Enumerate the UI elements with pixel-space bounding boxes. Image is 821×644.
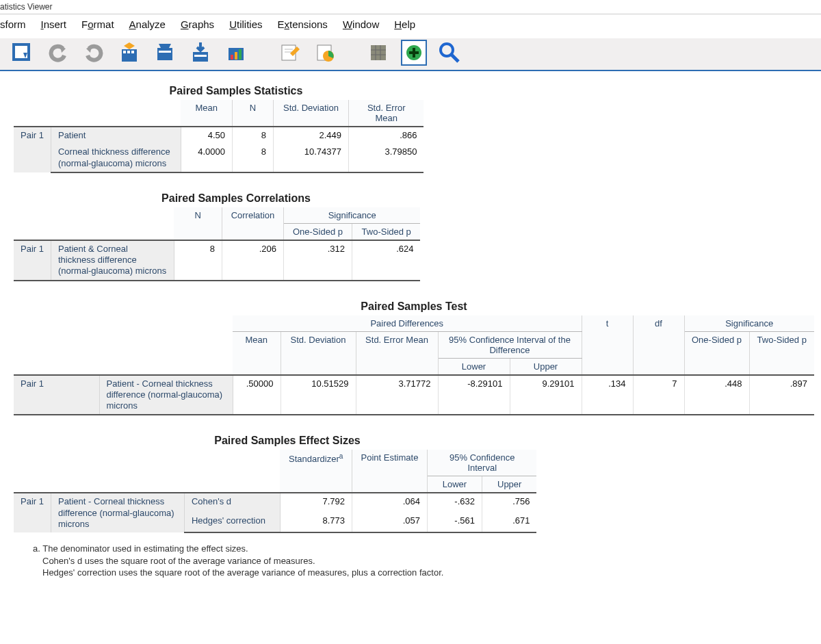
- menu-format[interactable]: Format: [81, 18, 114, 30]
- svg-rect-5: [157, 48, 172, 60]
- svg-rect-3: [127, 51, 130, 53]
- goto-variable-icon[interactable]: [152, 40, 178, 66]
- paired-samples-effect-sizes-table: Standardizera Point Estimate 95% Confide…: [14, 450, 536, 533]
- col-lower: Lower: [438, 358, 510, 375]
- table-row: Pair 1 Patient - Corneal thickness diffe…: [14, 375, 814, 415]
- col-sd: Std. Deviation: [281, 331, 356, 375]
- col-n: N: [232, 100, 273, 127]
- col-pe: Point Estimate: [352, 450, 427, 493]
- paired-samples-statistics-table: Mean N Std. Deviation Std. Error Mean Pa…: [14, 100, 423, 173]
- menubar: sform Insert Format Analyze Graphs Utili…: [0, 14, 821, 38]
- col-n: N: [174, 207, 222, 240]
- menu-analyze[interactable]: Analyze: [129, 18, 166, 30]
- footnote: a. The denominator used in estimating th…: [33, 543, 561, 579]
- table1-title: Paired Samples Statistics: [14, 85, 458, 97]
- menu-transform[interactable]: sform: [0, 18, 26, 30]
- col-sd: Std. Deviation: [273, 100, 348, 127]
- svg-rect-6: [159, 51, 171, 53]
- table3-title: Paired Samples Test: [14, 300, 814, 313]
- svg-rect-2: [123, 51, 126, 53]
- col-p1: One-Sided p: [684, 331, 749, 375]
- menu-window[interactable]: Window: [343, 18, 379, 30]
- svg-rect-12: [239, 49, 242, 60]
- col-pd: Paired Differences: [233, 315, 582, 332]
- svg-rect-8: [194, 55, 207, 57]
- svg-rect-25: [409, 51, 419, 54]
- effect-name: Hedges' correction: [184, 513, 280, 532]
- col-p2: Two-Sided p: [749, 331, 814, 375]
- col-t: t: [582, 315, 633, 375]
- open-data-icon[interactable]: [10, 40, 36, 66]
- svg-rect-0: [14, 44, 29, 60]
- col-p2: Two-Sided p: [352, 223, 420, 240]
- pair-label: Pair 1: [14, 493, 51, 532]
- table-row: Pair 1 Patient & Corneal thickness diffe…: [14, 240, 420, 281]
- goto-data-icon[interactable]: [116, 40, 142, 66]
- menu-utilities[interactable]: Utilities: [229, 18, 262, 30]
- col-upper: Upper: [482, 476, 536, 493]
- grid-icon[interactable]: [365, 40, 391, 66]
- export-icon[interactable]: [187, 40, 213, 66]
- report-icon[interactable]: [312, 40, 338, 66]
- col-upper: Upper: [510, 358, 582, 375]
- output-content: Paired Samples Statistics Mean N Std. De…: [0, 71, 821, 624]
- undo-icon[interactable]: [45, 40, 71, 66]
- svg-rect-11: [235, 52, 237, 60]
- row-label: Patient - Corneal thickness difference (…: [51, 493, 184, 532]
- paired-samples-test-table: Paired Differences t df Significance Mea…: [14, 315, 814, 416]
- row-label: Corneal thickness difference (normal-gla…: [51, 144, 181, 172]
- row-label: Patient & Corneal thickness difference (…: [51, 240, 174, 281]
- col-ci: 95% Confidence Interval of the Differenc…: [438, 331, 582, 358]
- edit-icon[interactable]: [276, 40, 302, 66]
- svg-point-26: [441, 44, 453, 56]
- svg-rect-10: [231, 55, 233, 60]
- col-sig: Significance: [684, 315, 814, 332]
- effect-name: Cohen's d: [184, 493, 280, 513]
- table-row: Pair 1 Patient 4.50 8 2.449 .866: [14, 127, 423, 144]
- col-sig: Significance: [283, 207, 420, 224]
- pair-label: Pair 1: [14, 375, 99, 415]
- col-mean: Mean: [233, 331, 281, 375]
- pair-label: Pair 1: [14, 127, 51, 172]
- col-p1: One-Sided p: [283, 223, 352, 240]
- menu-help[interactable]: Help: [394, 18, 415, 30]
- col-ci: 95% Confidence Interval: [427, 450, 536, 476]
- window-title: atistics Viewer: [0, 0, 821, 14]
- col-corr: Correlation: [222, 207, 283, 240]
- col-sem: Std. Error Mean: [356, 331, 438, 375]
- menu-graphs[interactable]: Graphs: [181, 18, 214, 30]
- search-icon[interactable]: [436, 40, 462, 66]
- col-standardizer: Standardizera: [280, 450, 352, 493]
- menu-extensions[interactable]: Extensions: [277, 18, 327, 30]
- redo-icon[interactable]: [81, 40, 107, 66]
- col-sem: Std. Error Mean: [348, 100, 423, 127]
- pair-label: Pair 1: [14, 240, 51, 281]
- add-icon[interactable]: [401, 40, 427, 66]
- col-df: df: [633, 315, 684, 375]
- table-row: Corneal thickness difference (normal-gla…: [14, 144, 423, 172]
- chart-icon[interactable]: [223, 40, 249, 66]
- table4-title: Paired Samples Effect Sizes: [14, 435, 561, 447]
- table-row: Pair 1 Patient - Corneal thickness diffe…: [14, 493, 536, 513]
- table2-title: Paired Samples Correlations: [14, 192, 458, 205]
- menu-insert[interactable]: Insert: [41, 18, 67, 30]
- col-lower: Lower: [427, 476, 482, 493]
- row-label: Patient: [51, 127, 181, 144]
- svg-line-27: [452, 55, 458, 62]
- svg-rect-4: [131, 51, 134, 53]
- row-label: Patient - Corneal thickness difference (…: [99, 375, 233, 415]
- paired-samples-correlations-table: N Correlation Significance One-Sided p T…: [14, 207, 420, 281]
- toolbar: [0, 38, 821, 71]
- svg-rect-18: [371, 45, 386, 60]
- col-mean: Mean: [181, 100, 232, 127]
